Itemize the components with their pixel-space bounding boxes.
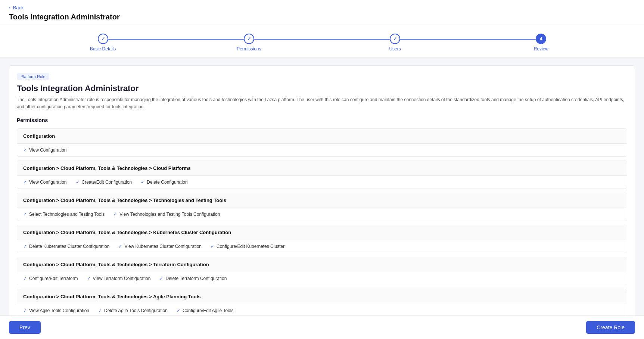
footer: Prev Create Role	[0, 315, 644, 339]
permission-label: Configure/Edit Terraform	[29, 276, 78, 281]
step-item-basic-details: ✓Basic Details	[30, 34, 176, 52]
page-wrapper: ‹ Back Tools Integration Administrator ✓…	[0, 0, 644, 339]
permission-label: Configure/Edit Agile Tools	[183, 308, 234, 313]
permission-items: ✓View Configuration✓Create/Edit Configur…	[17, 176, 627, 189]
permission-item: ✓Delete Terraform Configuration	[159, 276, 227, 281]
permission-group-header: Configuration > Cloud Platform, Tools & …	[17, 193, 627, 208]
check-icon: ✓	[87, 276, 91, 281]
permission-group: Configuration✓View Configuration	[17, 128, 627, 157]
permission-label: Create/Edit Configuration	[82, 180, 132, 185]
step-item-users: ✓Users	[322, 34, 468, 52]
check-icon: ✓	[23, 180, 27, 185]
permission-group-header: Configuration	[17, 129, 627, 144]
permission-label: Select Technologies and Testing Tools	[29, 212, 105, 217]
permission-item: ✓View Terraform Configuration	[87, 276, 151, 281]
step-item-permissions: ✓Permissions	[176, 34, 322, 52]
permission-label: Delete Configuration	[147, 180, 187, 185]
permission-item: ✓View Technologies and Testing Tools Con…	[113, 212, 220, 217]
page-title: Tools Integration Administrator	[9, 13, 635, 21]
permission-label: Configure/Edit Kubernetes Cluster	[217, 244, 284, 249]
permission-label: View Technologies and Testing Tools Conf…	[119, 212, 220, 217]
main-content: Platform Role Tools Integration Administ…	[0, 58, 644, 339]
permissions-heading: Permissions	[17, 117, 627, 123]
check-icon: ✓	[23, 308, 27, 313]
permission-groups: Configuration✓View ConfigurationConfigur…	[17, 128, 627, 339]
header: ‹ Back Tools Integration Administrator	[0, 0, 644, 26]
step-label-3: Users	[389, 46, 401, 52]
step-label-1: Basic Details	[90, 46, 116, 52]
check-icon: ✓	[159, 276, 163, 281]
check-icon: ✓	[23, 212, 27, 217]
step-circle-3: ✓	[390, 34, 400, 44]
check-icon: ✓	[141, 180, 144, 185]
permission-item: ✓Delete Configuration	[141, 180, 187, 185]
role-description: The Tools Integration Administrator role…	[17, 96, 627, 111]
step-item-review: 4Review	[468, 34, 614, 52]
permission-group: Configuration > Cloud Platform, Tools & …	[17, 161, 627, 189]
permission-item: ✓Configure/Edit Agile Tools	[177, 308, 234, 313]
check-icon: ✓	[211, 244, 214, 249]
stepper: ✓Basic Details✓Permissions✓Users4Review	[0, 34, 644, 52]
back-arrow-icon: ‹	[9, 4, 11, 10]
step-circle-4: 4	[536, 34, 546, 44]
permission-items: ✓Select Technologies and Testing Tools✓V…	[17, 208, 627, 221]
permission-group-header: Configuration > Cloud Platform, Tools & …	[17, 225, 627, 240]
create-role-button[interactable]: Create Role	[586, 321, 635, 334]
permission-item: ✓Select Technologies and Testing Tools	[23, 212, 105, 217]
permission-item: ✓Configure/Edit Kubernetes Cluster	[211, 244, 284, 249]
permission-items: ✓Configure/Edit Terraform✓View Terraform…	[17, 272, 627, 285]
permission-item: ✓Delete Kubernetes Cluster Configuration	[23, 244, 109, 249]
permission-label: View Terraform Configuration	[93, 276, 151, 281]
check-icon: ✓	[98, 308, 102, 313]
permission-label: Delete Kubernetes Cluster Configuration	[29, 244, 109, 249]
platform-badge: Platform Role	[17, 73, 49, 80]
permission-label: Delete Agile Tools Configuration	[104, 308, 168, 313]
check-icon: ✓	[23, 147, 27, 153]
permission-item: ✓View Configuration	[23, 180, 67, 185]
permission-group-header: Configuration > Cloud Platform, Tools & …	[17, 257, 627, 272]
permission-item: ✓View Kubernetes Cluster Configuration	[118, 244, 202, 249]
permission-label: View Configuration	[29, 147, 67, 153]
permission-label: View Kubernetes Cluster Configuration	[124, 244, 202, 249]
permission-group: Configuration > Cloud Platform, Tools & …	[17, 193, 627, 221]
step-circle-1: ✓	[98, 34, 108, 44]
check-icon: ✓	[23, 276, 27, 281]
permission-group-header: Configuration > Cloud Platform, Tools & …	[17, 289, 627, 304]
permission-item: ✓Create/Edit Configuration	[76, 180, 132, 185]
check-icon: ✓	[113, 212, 117, 217]
back-link[interactable]: ‹ Back	[9, 4, 635, 10]
permission-item: ✓Configure/Edit Terraform	[23, 276, 78, 281]
stepper-container: ✓Basic Details✓Permissions✓Users4Review	[0, 26, 644, 58]
permission-items: ✓View Configuration	[17, 144, 627, 156]
step-label-4: Review	[534, 46, 548, 52]
back-label: Back	[13, 5, 24, 10]
permission-items: ✓Delete Kubernetes Cluster Configuration…	[17, 240, 627, 253]
content-card: Platform Role Tools Integration Administ…	[9, 65, 635, 339]
permission-label: View Agile Tools Configuration	[29, 308, 89, 313]
check-icon: ✓	[177, 308, 180, 313]
permission-label: View Configuration	[29, 180, 67, 185]
permission-item: ✓View Agile Tools Configuration	[23, 308, 89, 313]
step-circle-2: ✓	[244, 34, 254, 44]
permission-group: Configuration > Cloud Platform, Tools & …	[17, 257, 627, 285]
permission-group: Configuration > Cloud Platform, Tools & …	[17, 225, 627, 253]
prev-button[interactable]: Prev	[9, 321, 41, 334]
permission-item: ✓Delete Agile Tools Configuration	[98, 308, 168, 313]
step-label-2: Permissions	[237, 46, 261, 52]
permission-group-header: Configuration > Cloud Platform, Tools & …	[17, 161, 627, 176]
permission-group: Configuration > Cloud Platform, Tools & …	[17, 289, 627, 317]
check-icon: ✓	[76, 180, 80, 185]
permission-label: Delete Terraform Configuration	[165, 276, 227, 281]
role-title: Tools Integration Administrator	[17, 84, 627, 93]
permission-item: ✓View Configuration	[23, 147, 67, 153]
check-icon: ✓	[23, 244, 27, 249]
check-icon: ✓	[118, 244, 122, 249]
